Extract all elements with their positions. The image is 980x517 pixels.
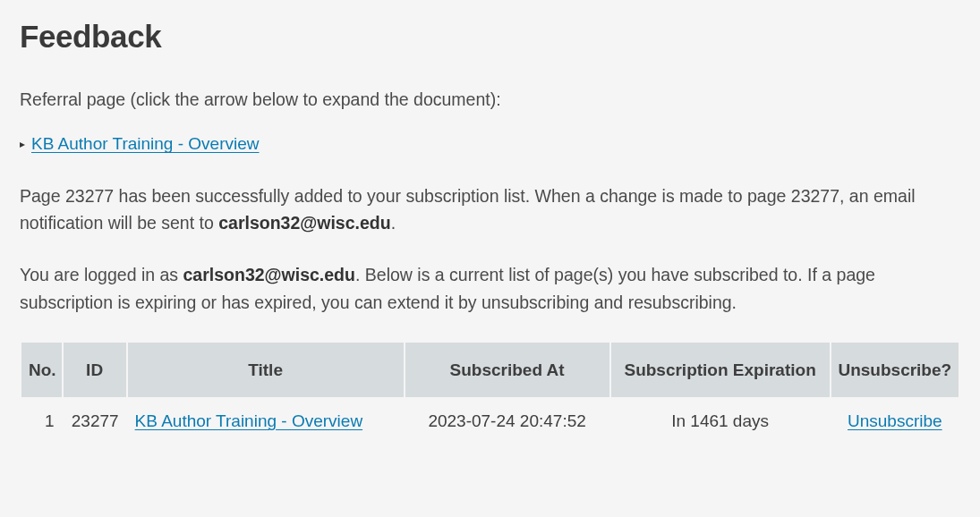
page-title: Feedback	[20, 13, 960, 61]
col-header-id: ID	[63, 342, 127, 399]
subscriptions-table: No. ID Title Subscribed At Subscription …	[20, 341, 960, 445]
logged-in-email: carlson32@wisc.edu	[183, 265, 355, 284]
unsubscribe-link[interactable]: Unsubscribe	[848, 411, 942, 430]
referral-expand-row[interactable]: ▸ KB Author Training - Overview	[20, 131, 960, 157]
cell-expiration: In 1461 days	[610, 398, 831, 444]
col-header-subscribed-at: Subscribed At	[405, 342, 610, 399]
confirmation-text-2: .	[391, 213, 396, 233]
confirmation-message: Page 23277 has been successfully added t…	[20, 182, 960, 236]
col-header-unsubscribe: Unsubscribe?	[831, 342, 959, 399]
confirmation-email: carlson32@wisc.edu	[218, 213, 390, 233]
col-header-expiration: Subscription Expiration	[610, 342, 831, 399]
table-header-row: No. ID Title Subscribed At Subscription …	[21, 342, 959, 399]
referral-link[interactable]: KB Author Training - Overview	[31, 131, 260, 157]
logged-in-text-1: You are logged in as	[20, 265, 183, 284]
cell-subscribed-at: 2023-07-24 20:47:52	[405, 398, 610, 444]
row-title-link[interactable]: KB Author Training - Overview	[135, 411, 363, 430]
cell-unsubscribe: Unsubscribe	[831, 398, 959, 444]
col-header-no: No.	[21, 342, 63, 399]
logged-in-message: You are logged in as carlson32@wisc.edu.…	[20, 261, 960, 315]
cell-no: 1	[21, 398, 63, 444]
table-row: 1 23277 KB Author Training - Overview 20…	[21, 398, 959, 444]
col-header-title: Title	[127, 342, 405, 399]
feedback-panel: Feedback Referral page (click the arrow …	[0, 0, 980, 470]
chevron-right-icon: ▸	[20, 139, 25, 149]
referral-intro: Referral page (click the arrow below to …	[20, 86, 960, 113]
confirmation-text-1: Page 23277 has been successfully added t…	[20, 186, 916, 233]
cell-id: 23277	[63, 398, 127, 444]
cell-title: KB Author Training - Overview	[127, 398, 405, 444]
